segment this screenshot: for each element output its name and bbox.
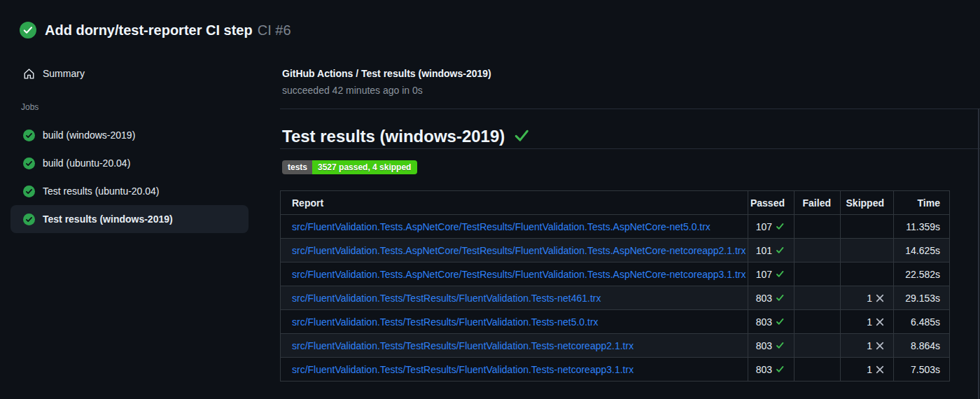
- time-value: 22.582s: [894, 262, 950, 286]
- scrollbar[interactable]: [978, 108, 979, 399]
- sidebar-job-label: build (ubuntu-20.04): [43, 158, 130, 169]
- table-row: src/FluentValidation.Tests/TestResults/F…: [281, 286, 950, 310]
- heading-check-icon: [514, 127, 530, 148]
- jobs-section-label: Jobs: [21, 102, 38, 112]
- passed-count: 803: [756, 293, 772, 304]
- skipped-x-icon: [876, 294, 884, 302]
- sidebar-job-testresults-windows[interactable]: Test results (windows-2019): [10, 205, 248, 233]
- table-row: src/FluentValidation.Tests.AspNetCore/Te…: [281, 262, 950, 286]
- skipped-count: 1: [867, 364, 872, 375]
- skipped-x-icon: [876, 318, 884, 326]
- passed-check-icon: [776, 293, 785, 302]
- sidebar-job-label: build (windows-2019): [43, 130, 135, 141]
- skipped-x-icon: [876, 365, 884, 374]
- sidebar: Summary Jobs build (windows-2019) build …: [0, 49, 280, 399]
- col-header-passed: Passed: [748, 191, 794, 215]
- test-results-table: Report Passed Failed Skipped Time src/Fl…: [280, 190, 950, 382]
- divider: [280, 148, 980, 149]
- passed-check-icon: [776, 341, 785, 350]
- sidebar-job-label: Test results (ubuntu-20.04): [43, 186, 160, 197]
- check-run-status: succeeded 42 minutes ago in 0s: [282, 85, 423, 96]
- report-link[interactable]: src/FluentValidation.Tests/TestResults/F…: [292, 340, 634, 351]
- time-value: 8.864s: [894, 334, 950, 358]
- col-header-skipped: Skipped: [841, 191, 894, 215]
- run-title: Add dorny/test-reporter CI stepCI #6: [45, 22, 291, 38]
- report-link[interactable]: src/FluentValidation.Tests/TestResults/F…: [292, 364, 634, 375]
- report-link[interactable]: src/FluentValidation.Tests/TestResults/F…: [292, 316, 598, 328]
- sidebar-job-testresults-ubuntu[interactable]: Test results (ubuntu-20.04): [10, 177, 248, 205]
- tests-badge-value: 3527 passed, 4 skipped: [312, 160, 417, 174]
- skipped-count: 1: [867, 293, 872, 304]
- job-success-icon: [23, 158, 35, 169]
- passed-count: 803: [756, 364, 772, 375]
- report-link[interactable]: src/FluentValidation.Tests.AspNetCore/Te…: [292, 245, 746, 256]
- tests-badge-label: tests: [282, 160, 312, 174]
- job-success-icon: [23, 214, 35, 225]
- col-header-time: Time: [894, 191, 950, 215]
- skipped-count: 1: [867, 316, 872, 328]
- passed-check-icon: [776, 270, 785, 279]
- table-row: src/FluentValidation.Tests.AspNetCore/Te…: [281, 239, 950, 262]
- time-value: 7.503s: [894, 358, 950, 382]
- sidebar-job-build-windows[interactable]: build (windows-2019): [10, 121, 248, 149]
- sidebar-job-label: Test results (windows-2019): [43, 214, 173, 225]
- col-header-failed: Failed: [794, 191, 841, 215]
- home-icon: [23, 68, 35, 80]
- run-success-icon: [20, 22, 36, 38]
- passed-check-icon: [776, 246, 785, 255]
- passed-count: 107: [756, 269, 772, 280]
- time-value: 14.625s: [894, 239, 950, 262]
- main-content: GitHub Actions / Test results (windows-2…: [280, 0, 980, 399]
- passed-check-icon: [776, 365, 785, 374]
- report-link[interactable]: src/FluentValidation.Tests.AspNetCore/Te…: [292, 269, 746, 280]
- table-row: src/FluentValidation.Tests/TestResults/F…: [281, 310, 950, 334]
- report-link[interactable]: src/FluentValidation.Tests.AspNetCore/Te…: [292, 221, 710, 232]
- divider: [280, 108, 980, 109]
- passed-count: 803: [756, 340, 772, 351]
- workflow-run-page: Add dorny/test-reporter CI stepCI #6 Sum…: [0, 0, 980, 399]
- table-row: src/FluentValidation.Tests/TestResults/F…: [281, 334, 950, 358]
- tests-badge: tests 3527 passed, 4 skipped: [282, 160, 417, 174]
- passed-check-icon: [776, 222, 785, 231]
- run-title-text: Add dorny/test-reporter CI step: [45, 22, 253, 38]
- table-row: src/FluentValidation.Tests.AspNetCore/Te…: [281, 215, 950, 239]
- section-heading-text: Test results (windows-2019): [282, 127, 505, 146]
- skipped-x-icon: [876, 342, 884, 350]
- sidebar-job-build-ubuntu[interactable]: build (ubuntu-20.04): [10, 149, 248, 177]
- section-heading: Test results (windows-2019): [282, 125, 530, 148]
- time-value: 6.485s: [894, 310, 950, 334]
- job-success-icon: [23, 186, 35, 197]
- report-link[interactable]: src/FluentValidation.Tests/TestResults/F…: [292, 293, 601, 304]
- sidebar-item-summary[interactable]: Summary: [10, 59, 248, 88]
- passed-count: 803: [756, 316, 772, 328]
- col-header-report: Report: [281, 191, 748, 215]
- table-header-row: Report Passed Failed Skipped Time: [281, 191, 950, 215]
- job-success-icon: [23, 130, 35, 141]
- time-value: 29.153s: [894, 286, 950, 310]
- skipped-count: 1: [867, 340, 872, 351]
- time-value: 11.359s: [894, 215, 950, 239]
- check-run-title: GitHub Actions / Test results (windows-2…: [282, 68, 491, 79]
- passed-count: 107: [756, 221, 772, 232]
- passed-check-icon: [776, 317, 785, 326]
- passed-count: 101: [756, 245, 772, 256]
- sidebar-summary-label: Summary: [43, 68, 85, 79]
- table-row: src/FluentValidation.Tests/TestResults/F…: [281, 358, 950, 382]
